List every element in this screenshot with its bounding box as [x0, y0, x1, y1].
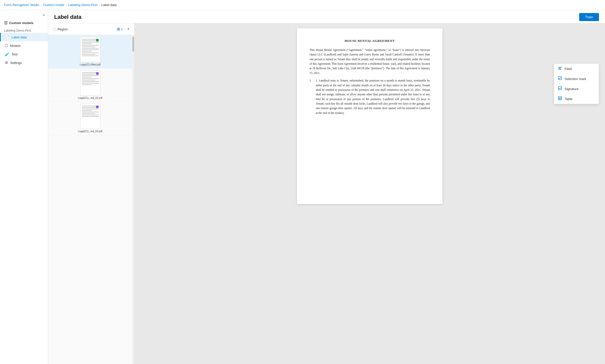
svg-rect-5 [558, 97, 562, 100]
field-icon [558, 66, 562, 71]
sidebar-title-label: Custom models [9, 21, 34, 25]
breadcrumb: Form Recognizer Studio › Custom model › … [0, 0, 605, 10]
sidebar-item-settings[interactable]: ⚙ Settings [0, 58, 48, 67]
plus-icon: + [127, 27, 130, 32]
doc-paragraph-1: This House Rental Agreement ("Agreement,… [310, 48, 430, 75]
thumb-wrapper-3 [80, 104, 100, 129]
document-title: HOUSE RENTAL AGREEMENT [310, 38, 430, 44]
file-panel-toolbar: ⬚ Region ⊕ ∨ + [48, 23, 134, 35]
file-status-dot-2 [96, 72, 99, 75]
svg-rect-1 [558, 68, 561, 68]
sidebar-collapse-button[interactable]: « [42, 12, 46, 18]
sidebar-settings-label: Settings [10, 61, 22, 65]
panel-item-field-label: Field [565, 67, 572, 71]
sidebar-label-group: Labeling Demo-First [0, 27, 48, 33]
file-thumbnails: Legal(21)-filled.pdf [48, 35, 132, 364]
add-button[interactable]: + [125, 26, 131, 33]
breadcrumb-sep-3: › [99, 4, 100, 7]
sidebar-models-label: Models [10, 44, 21, 48]
sidebar-item-models[interactable]: ⬡ Models [0, 41, 48, 50]
file-status-dot-3 [96, 105, 99, 108]
file-name-3: Legal(21)...led_03.pdf [78, 130, 102, 133]
test-icon: 🧪 [5, 52, 10, 56]
scrollbar-thumb [132, 37, 134, 52]
svg-rect-4 [558, 87, 562, 90]
settings-icon: ⚙ [5, 60, 8, 65]
sidebar-item-test[interactable]: 🧪 Test [0, 50, 48, 58]
right-panel-dropdown: Field Selection mark [554, 63, 599, 104]
sidebar-test-label: Test [12, 52, 18, 56]
breadcrumb-form-recognizer[interactable]: Form Recognizer Studio [4, 3, 39, 7]
panel-item-table[interactable]: Table [554, 94, 599, 104]
panel-item-selection-mark[interactable]: Selection mark [554, 74, 599, 84]
models-icon: ⬡ [5, 43, 8, 48]
region-button[interactable]: ⬚ Region [51, 26, 70, 32]
panel-item-signature[interactable]: Signature [554, 84, 599, 94]
page-title: Label data [54, 14, 82, 20]
doc-number: 1. [310, 78, 312, 115]
layers-icon: ⊕ [117, 26, 120, 32]
file-panel: ⬚ Region ⊕ ∨ + [48, 23, 134, 364]
panel-item-signature-label: Signature [565, 87, 579, 91]
thumb-wrapper-1 [80, 37, 100, 62]
sidebar-section-title: ☰ Custom models [0, 19, 48, 27]
layers-chevron-icon: ∨ [121, 28, 123, 31]
doc-numbered-section: 1. 1. Landlord rents to Tenant, unfurnis… [310, 78, 430, 115]
doc-text-1: 1. Landlord rents to Tenant, unfurnished… [316, 78, 430, 115]
file-status-dot-1 [96, 39, 99, 42]
workspace: ⬚ Region ⊕ ∨ + [48, 23, 605, 364]
svg-rect-2 [558, 69, 561, 69]
panel-item-field[interactable]: Field [554, 64, 599, 74]
file-panel-scrollbar[interactable] [132, 35, 134, 364]
panel-item-selection-mark-label: Selection mark [565, 77, 586, 81]
file-item-1[interactable]: Legal(21)-filled.pdf [48, 35, 132, 68]
svg-rect-0 [558, 67, 562, 67]
sidebar-item-label-data[interactable]: 📄 Label data [0, 33, 48, 41]
selection-mark-icon [558, 76, 562, 81]
layers-button[interactable]: ⊕ ∨ [116, 25, 124, 33]
breadcrumb-sep-1: › [41, 4, 42, 7]
thumb-wrapper-2 [80, 70, 100, 96]
page-header: Label data Train [48, 10, 605, 23]
file-item-3[interactable]: Legal(21)...led_03.pdf [48, 102, 132, 135]
sidebar: « ☰ Custom models Labeling Demo-First 📄 … [0, 10, 48, 364]
file-name-1: Legal(21)-filled.pdf [80, 63, 101, 66]
content-area: Label data Train ⬚ Region ⊕ ∨ [48, 10, 605, 364]
region-label: Region [57, 27, 68, 31]
signature-icon [558, 86, 562, 91]
region-icon: ⬚ [53, 27, 56, 31]
label-data-icon: 📄 [5, 35, 10, 39]
panel-item-table-label: Table [565, 97, 572, 101]
sidebar-label-data-label: Label data [12, 35, 27, 39]
document-page: HOUSE RENTAL AGREEMENT This House Rental… [297, 28, 442, 204]
collapse-btn-container: « [0, 10, 48, 19]
breadcrumb-labeling-demo[interactable]: Labeling Demo-First [68, 3, 97, 7]
breadcrumb-label-data: Label data [101, 3, 117, 7]
train-button[interactable]: Train [579, 13, 599, 21]
breadcrumb-custom-model[interactable]: Custom model [43, 3, 64, 7]
file-name-2: Legal(21)...led_02.pdf [78, 97, 102, 100]
menu-icon: ☰ [4, 21, 8, 25]
table-icon [558, 96, 562, 101]
main-layout: « ☰ Custom models Labeling Demo-First 📄 … [0, 10, 605, 364]
breadcrumb-sep-2: › [66, 4, 67, 7]
document-viewer[interactable]: HOUSE RENTAL AGREEMENT This House Rental… [134, 23, 605, 364]
file-list-container: Legal(21)-filled.pdf [48, 35, 134, 364]
file-item-2[interactable]: Legal(21)...led_02.pdf [48, 68, 132, 102]
